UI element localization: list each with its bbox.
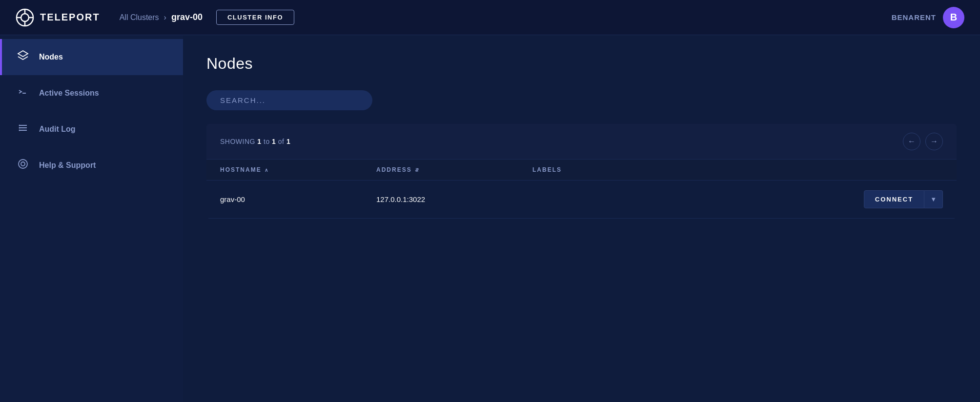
sidebar-audit-log-label: Audit Log — [39, 125, 76, 134]
username-label: BENARENT — [892, 13, 936, 21]
breadcrumb: All Clusters › grav-00 CLUSTER INFO — [120, 10, 892, 25]
svg-point-1 — [21, 14, 29, 21]
nodes-icon — [16, 50, 30, 64]
sidebar-item-nodes[interactable]: Nodes — [0, 39, 183, 75]
user-avatar[interactable]: B — [943, 7, 964, 28]
showing-total: 1 — [286, 138, 290, 145]
logo-area: TELEPORT — [16, 8, 100, 27]
col-header-address[interactable]: ADDRESS ⇵ — [376, 166, 532, 173]
teleport-logo-icon — [16, 8, 34, 27]
connect-dropdown-button[interactable]: ▼ — [924, 190, 943, 208]
pagination-prev-button[interactable]: ← — [903, 133, 920, 150]
col-header-labels: LABELS — [532, 166, 943, 173]
col-header-hostname[interactable]: HOSTNAME ∧ — [220, 166, 376, 173]
nodes-table: SHOWING 1 to 1 of 1 ← → HOSTNAME ∧ ADDRE… — [206, 124, 957, 219]
user-area: BENARENT B — [892, 7, 964, 28]
svg-marker-6 — [18, 51, 28, 57]
connect-btn-wrap: CONNECT ▼ — [864, 190, 943, 208]
pagination-next-button[interactable]: → — [925, 133, 943, 150]
showing-from: 1 — [257, 138, 261, 145]
showing-of: of — [276, 138, 286, 145]
help-support-icon — [16, 158, 30, 173]
showing-to-text: to — [262, 138, 272, 145]
col-address-label: ADDRESS — [376, 166, 412, 173]
showing-text: SHOWING 1 to 1 of 1 — [220, 138, 903, 145]
chevron-down-icon: ▼ — [930, 196, 937, 203]
table-header-row: SHOWING 1 to 1 of 1 ← → — [206, 124, 957, 160]
cluster-name: grav-00 — [171, 12, 203, 22]
showing-prefix: SHOWING — [220, 138, 257, 145]
row-hostname: grav-00 — [220, 195, 376, 203]
page-title: Nodes — [206, 55, 957, 73]
sidebar-item-audit-log[interactable]: Audit Log — [0, 111, 183, 147]
active-sessions-icon — [16, 86, 30, 100]
svg-point-15 — [19, 160, 27, 168]
svg-point-12 — [19, 125, 20, 126]
svg-point-13 — [19, 127, 20, 129]
address-sort-icon: ⇵ — [415, 167, 420, 173]
sidebar-item-active-sessions[interactable]: Active Sessions — [0, 75, 183, 111]
search-input[interactable] — [206, 90, 372, 110]
sidebar-nodes-label: Nodes — [39, 53, 63, 61]
table-column-headers: HOSTNAME ∧ ADDRESS ⇵ LABELS — [206, 160, 957, 181]
main-content: Nodes SHOWING 1 to 1 of 1 ← → HOSTNAME ∧ — [183, 35, 980, 402]
cluster-info-button[interactable]: CLUSTER INFO — [216, 10, 294, 25]
all-clusters-link[interactable]: All Clusters — [120, 13, 159, 22]
svg-point-16 — [21, 162, 25, 166]
svg-point-14 — [19, 130, 20, 131]
top-nav: TELEPORT All Clusters › grav-00 CLUSTER … — [0, 0, 980, 35]
row-address: 127.0.0.1:3022 — [376, 195, 532, 203]
audit-log-icon — [16, 122, 30, 137]
sidebar: Nodes Active Sessions — [0, 35, 183, 402]
sidebar-active-sessions-label: Active Sessions — [39, 89, 99, 98]
pagination-buttons: ← → — [903, 133, 943, 150]
main-layout: Nodes Active Sessions — [0, 35, 980, 402]
col-hostname-label: HOSTNAME — [220, 166, 262, 173]
sidebar-help-support-label: Help & Support — [39, 161, 96, 170]
table-row: grav-00 127.0.0.1:3022 CONNECT ▼ — [206, 181, 957, 219]
hostname-sort-icon: ∧ — [265, 167, 269, 173]
connect-button[interactable]: CONNECT — [864, 190, 924, 208]
app-name: TELEPORT — [40, 12, 100, 23]
breadcrumb-separator: › — [164, 13, 166, 22]
search-bar-wrap — [206, 90, 957, 110]
col-labels-label: LABELS — [532, 166, 562, 173]
sidebar-item-help-support[interactable]: Help & Support — [0, 147, 183, 183]
